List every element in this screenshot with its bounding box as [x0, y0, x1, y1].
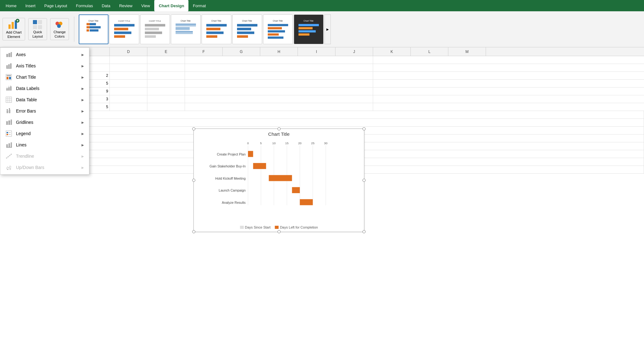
cell-rest-15[interactable]: [185, 87, 373, 95]
change-colors-label: ChangeColors: [54, 30, 66, 39]
svg-rect-113: [8, 120, 10, 125]
svg-rect-0: [8, 24, 11, 29]
gallery-style-2[interactable]: CHART TITLE: [109, 14, 139, 44]
cell-rest-14[interactable]: [185, 80, 373, 87]
add-chart-element-button[interactable]: Add ChartElement: [3, 18, 25, 41]
col-header-f[interactable]: F: [185, 47, 223, 56]
table-row: 17 20 5: [0, 103, 644, 111]
col-header-l[interactable]: L: [411, 47, 448, 56]
menu-insert[interactable]: Insert: [21, 0, 40, 11]
menu-item-updown-bars: Up/Down Bars ▶: [0, 162, 89, 173]
svg-rect-83: [300, 199, 313, 205]
svg-rect-124: [8, 143, 10, 147]
data-labels-label: Data Labels: [16, 86, 78, 91]
data-table-arrow: ▶: [82, 98, 84, 102]
axes-arrow: ▶: [82, 53, 84, 56]
axes-label: Axes: [16, 52, 78, 57]
svg-text:Hold Kickoff Meeting: Hold Kickoff Meeting: [215, 177, 246, 180]
cell-rest-17[interactable]: [185, 103, 373, 111]
svg-rect-32: [176, 28, 190, 30]
menu-item-data-table[interactable]: Data Table ▶: [0, 94, 89, 105]
svg-rect-58: [298, 33, 309, 35]
cell-e15[interactable]: [147, 87, 185, 95]
gallery-style-8[interactable]: Chart Title: [294, 14, 324, 44]
cell-rest-13[interactable]: [185, 72, 373, 79]
col-header-i[interactable]: I: [298, 47, 335, 56]
menu-item-error-bars[interactable]: Error Bars ▶: [0, 105, 89, 117]
svg-rect-41: [206, 35, 217, 38]
cell-rest-11[interactable]: [185, 56, 373, 64]
svg-rect-125: [11, 142, 12, 147]
svg-rect-18: [87, 26, 90, 28]
menu-item-gridlines[interactable]: Gridlines ▶: [0, 117, 89, 128]
svg-rect-43: [237, 24, 257, 26]
quick-layout-button[interactable]: QuickLayout: [28, 18, 47, 40]
chart-title[interactable]: Chart Title: [194, 129, 364, 138]
cell-e13[interactable]: [147, 72, 185, 79]
menu-item-chart-title[interactable]: Chart Title ▶: [0, 71, 89, 83]
menu-review[interactable]: Review: [115, 0, 137, 11]
menu-item-axis-titles[interactable]: Axis Titles ▶: [0, 60, 89, 71]
gallery-style-3[interactable]: CHART TITLE: [140, 14, 170, 44]
menu-formulas[interactable]: Formulas: [71, 0, 97, 11]
menu-home[interactable]: Home: [1, 0, 21, 11]
cell-d16[interactable]: [110, 95, 147, 103]
svg-text:Chart Title: Chart Title: [273, 19, 283, 22]
svg-rect-9: [38, 25, 42, 29]
cell-d17[interactable]: [110, 103, 147, 111]
menu-item-data-labels[interactable]: 1 3 5 Data Labels ▶: [0, 83, 89, 94]
gallery-style-7[interactable]: Chart Title: [263, 14, 293, 44]
menu-page-layout[interactable]: Page Layout: [40, 0, 71, 11]
menu-data[interactable]: Data: [97, 0, 114, 11]
svg-rect-57: [298, 30, 316, 32]
cell-d12[interactable]: [110, 64, 147, 71]
change-colors-button[interactable]: ChangeColors: [50, 18, 69, 40]
svg-text:Analyze Results: Analyze Results: [222, 201, 246, 204]
svg-rect-56: [298, 27, 313, 29]
svg-rect-19: [87, 29, 89, 31]
chart-container[interactable]: Chart Title 0 5 10 15 20 25 30: [193, 129, 364, 232]
legend-arrow: ▶: [82, 132, 84, 135]
svg-rect-93: [7, 77, 8, 79]
cell-e17[interactable]: [147, 103, 185, 111]
gallery-style-4[interactable]: Chart Title: [171, 14, 201, 44]
cell-d15[interactable]: [110, 87, 147, 95]
gallery-right-arrow[interactable]: ▶: [325, 14, 331, 44]
menu-item-axes[interactable]: Axes ▶: [0, 49, 89, 60]
cell-e11[interactable]: [147, 56, 185, 64]
svg-rect-132: [7, 169, 8, 170]
col-header-j[interactable]: J: [335, 47, 373, 56]
col-header-g[interactable]: G: [223, 47, 260, 56]
col-header-d[interactable]: D: [110, 47, 147, 56]
legend-label: Legend: [16, 131, 78, 136]
col-header-k[interactable]: K: [373, 47, 411, 56]
cell-d14[interactable]: [110, 80, 147, 87]
gallery-style-1[interactable]: Chart Title: [79, 14, 108, 44]
svg-rect-27: [145, 28, 159, 30]
svg-rect-89: [10, 63, 12, 68]
svg-rect-31: [176, 24, 196, 26]
menu-view[interactable]: View: [137, 0, 155, 11]
menu-chart-design[interactable]: Chart Design: [154, 0, 188, 11]
cell-d13[interactable]: [110, 72, 147, 79]
cell-e16[interactable]: [147, 95, 185, 103]
col-header-h[interactable]: H: [260, 47, 298, 56]
cell-e14[interactable]: [147, 80, 185, 87]
svg-text:Chart Title: Chart Title: [304, 19, 314, 22]
gallery-style-5[interactable]: Chart Title: [202, 14, 231, 44]
cell-d11[interactable]: [110, 56, 147, 64]
svg-rect-8: [33, 25, 37, 29]
gallery-style-6[interactable]: Chart Title: [232, 14, 262, 44]
legend-label-1: Days Since Start: [245, 225, 271, 229]
col-header-e[interactable]: E: [147, 47, 185, 56]
menu-item-lines[interactable]: Lines ▶: [0, 139, 89, 150]
cell-rest-12[interactable]: [185, 64, 373, 71]
add-chart-element-area: Add ChartElement Add Chart Element: [3, 18, 25, 41]
svg-text:CHART TITLE: CHART TITLE: [149, 20, 161, 22]
col-header-m[interactable]: M: [448, 47, 486, 56]
cell-e12[interactable]: [147, 64, 185, 71]
menu-format[interactable]: Format: [188, 0, 210, 11]
svg-line-131: [7, 154, 11, 158]
cell-rest-16[interactable]: [185, 95, 373, 103]
menu-item-legend[interactable]: Legend ▶: [0, 128, 89, 139]
